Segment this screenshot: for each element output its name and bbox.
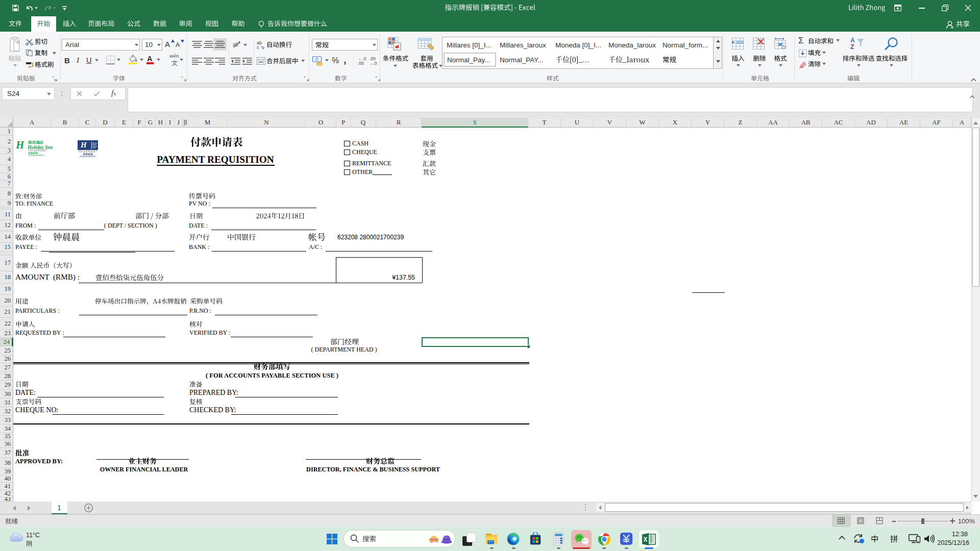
svg-text:ab: ab <box>233 42 239 47</box>
svg-text:.00: .00 <box>358 61 364 66</box>
svg-text:→.0: →.0 <box>369 61 377 66</box>
svg-text:c: c <box>257 45 259 49</box>
